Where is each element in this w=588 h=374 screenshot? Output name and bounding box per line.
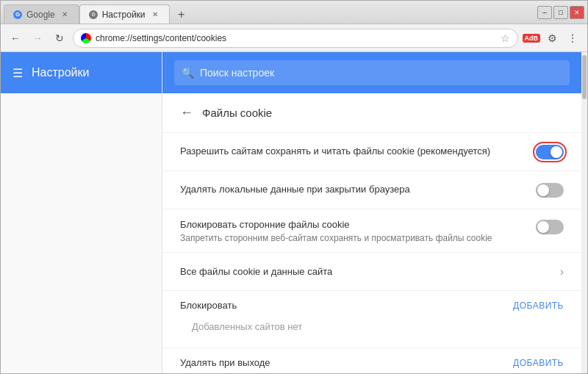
block-third-party-toggle[interactable]	[536, 220, 564, 234]
back-arrow-icon[interactable]: ←	[180, 105, 193, 121]
reload-button[interactable]: ↻	[51, 29, 68, 47]
extensions-icon[interactable]: ⚙	[543, 29, 561, 47]
adb-badge: AdB	[523, 34, 541, 43]
hamburger-icon[interactable]: ☰	[12, 66, 23, 80]
window-controls: – □ ✕	[537, 6, 584, 19]
tabs-area: G Google ✕ ⚙ Настройки ✕ +	[4, 1, 534, 24]
close-button[interactable]: ✕	[570, 6, 584, 19]
all-cookies-label: Все файлы cookie и данные сайта	[180, 265, 560, 278]
search-bar[interactable]: 🔍 Поиск настроек	[174, 60, 570, 85]
scrollbar-thumb[interactable]	[582, 55, 587, 99]
delete-local-label: Удалять локальные данные при закрытии бр…	[180, 183, 536, 196]
all-cookies-text: Все файлы cookie и данные сайта	[180, 265, 560, 278]
delete-exit-empty-row: Добавленных сайтов нет	[162, 371, 581, 373]
sidebar: ☰ Настройки	[1, 52, 162, 373]
menu-button[interactable]: ⋮	[564, 29, 581, 47]
tab-google-label: Google	[26, 10, 55, 20]
delete-exit-label: Удалять при выходе	[180, 357, 270, 368]
block-label: Блокировать	[180, 300, 237, 311]
allow-cookies-row: Разрешить сайтам сохранять и читать файл…	[162, 133, 581, 171]
settings-favicon: ⚙	[89, 10, 98, 19]
allow-cookies-text: Разрешить сайтам сохранять и читать файл…	[180, 145, 536, 158]
allow-cookies-toggle[interactable]	[536, 145, 564, 159]
sidebar-header: ☰ Настройки	[1, 52, 162, 93]
search-placeholder: Поиск настроек	[200, 67, 274, 79]
navbar: ← → ↻ chrome://settings/content/cookies …	[1, 24, 587, 52]
block-third-party-row: Блокировать сторонние файлы cookie Запре…	[162, 209, 581, 253]
main-area: ☰ Настройки 🔍 Поиск настроек ← Файлы coo…	[1, 52, 587, 373]
titlebar: G Google ✕ ⚙ Настройки ✕ + – □ ✕	[1, 1, 587, 24]
content-area: 🔍 Поиск настроек ← Файлы cookie Разрешит…	[162, 52, 581, 373]
google-favicon: G	[13, 10, 22, 19]
forward-button[interactable]: →	[29, 29, 46, 47]
delete-local-toggle[interactable]	[536, 183, 564, 198]
block-section-header: Блокировать ДОБАВИТЬ	[162, 291, 581, 314]
allow-cookies-label: Разрешить сайтам сохранять и читать файл…	[180, 145, 536, 158]
scrollbar-track[interactable]	[581, 52, 587, 373]
tab-google-close[interactable]: ✕	[60, 10, 70, 20]
delete-exit-add-button[interactable]: ДОБАВИТЬ	[513, 358, 564, 368]
browser-window: G Google ✕ ⚙ Настройки ✕ + – □ ✕ ← → ↻	[0, 0, 588, 374]
block-third-party-sublabel: Запретить сторонним веб-сайтам сохранять…	[180, 233, 536, 243]
delete-local-text: Удалять локальные данные при закрытии бр…	[180, 183, 536, 196]
all-cookies-row[interactable]: Все файлы cookie и данные сайта ›	[162, 253, 581, 291]
toggle-knob-2	[537, 184, 549, 196]
block-third-party-text: Блокировать сторонние файлы cookie Запре…	[180, 218, 536, 243]
tab-google[interactable]: G Google ✕	[4, 4, 79, 24]
toggle-knob-3	[537, 221, 549, 233]
page-title: Файлы cookie	[202, 107, 272, 119]
toggle-knob	[551, 146, 562, 158]
block-add-button[interactable]: ДОБАВИТЬ	[513, 301, 564, 311]
content-search: 🔍 Поиск настроек	[162, 52, 581, 93]
tab-settings-close[interactable]: ✕	[150, 10, 160, 20]
block-empty-row: Добавленных сайтов нет	[162, 314, 581, 345]
all-cookies-arrow: ›	[560, 265, 564, 278]
settings-content: ← Файлы cookie Разрешить сайтам сохранят…	[162, 93, 581, 373]
delete-exit-section-header: Удалять при выходе ДОБАВИТЬ	[162, 348, 581, 371]
block-third-party-label: Блокировать сторонние файлы cookie	[180, 218, 536, 231]
sidebar-title: Настройки	[32, 66, 89, 79]
minimize-button[interactable]: –	[537, 6, 552, 19]
tab-settings[interactable]: ⚙ Настройки ✕	[79, 4, 170, 24]
address-text: chrome://settings/content/cookies	[96, 33, 496, 43]
maximize-button[interactable]: □	[553, 6, 568, 19]
page-header: ← Файлы cookie	[162, 93, 581, 133]
bookmark-icon[interactable]: ☆	[501, 32, 510, 44]
address-bar[interactable]: chrome://settings/content/cookies ☆	[73, 29, 518, 48]
delete-local-row: Удалять локальные данные при закрытии бр…	[162, 171, 581, 209]
tab-settings-label: Настройки	[102, 10, 146, 20]
block-empty-text: Добавленных сайтов нет	[192, 321, 302, 332]
chrome-icon	[81, 33, 91, 43]
navbar-right: AdB ⚙ ⋮	[523, 29, 582, 47]
search-icon: 🔍	[182, 67, 194, 79]
new-tab-button[interactable]: +	[171, 6, 192, 24]
back-button[interactable]: ←	[7, 29, 24, 47]
